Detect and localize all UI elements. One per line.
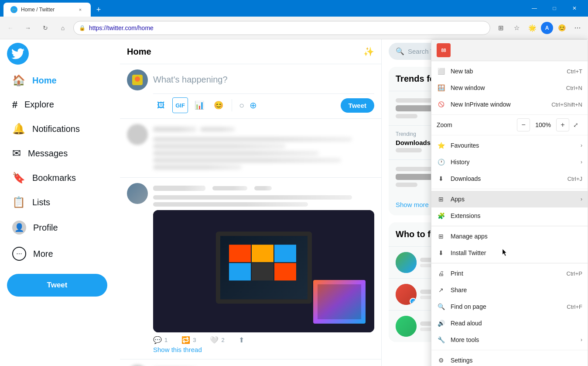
show-thread-link[interactable]: Show this thread — [153, 346, 202, 353]
tweet-2-actions: 💬 1 🔁 3 🤍 2 ⬆ — [153, 336, 374, 344]
menu-item-new-tab[interactable]: ⬜ New tab Ctrl+T — [431, 63, 588, 79]
zoom-plus-button[interactable]: + — [556, 118, 569, 131]
zoom-control: Zoom − 100% + ⤢ — [431, 117, 588, 133]
sparkle-icon[interactable]: ✨ — [363, 46, 374, 57]
settings-menu-icon: ⚙ — [437, 356, 445, 365]
apps-menu-icon: ⊞ — [437, 195, 445, 204]
lock-icon: 🔒 — [79, 25, 85, 31]
retweet-action[interactable]: 🔁 3 — [181, 336, 196, 344]
bookmarks-icon: 🔖 — [12, 172, 25, 184]
tweet-card-2: 💬 1 🔁 3 🤍 2 ⬆ Show this thread — [120, 178, 381, 359]
print-shortcut: Ctrl+P — [567, 270, 582, 277]
new-window-label: New window — [451, 84, 561, 91]
star-icon[interactable]: ☆ — [509, 21, 523, 35]
like-action[interactable]: 🤍 2 — [210, 336, 224, 344]
menu-item-settings[interactable]: ⚙ Settings — [431, 352, 588, 366]
sidebar-item-profile[interactable]: 👤 Profile — [5, 215, 115, 240]
tab-close-button[interactable]: × — [77, 6, 84, 13]
favorites-icon[interactable]: 🌟 — [525, 21, 539, 35]
sidebar-item-messages[interactable]: ✉ Messages — [5, 142, 115, 165]
share-icon: ⬆ — [239, 336, 244, 344]
twitter-logo[interactable] — [7, 43, 29, 65]
sidebar-item-bookmarks[interactable]: 🔖 Bookmarks — [5, 166, 115, 189]
refresh-button[interactable]: ↻ — [38, 21, 52, 35]
reply-count: 1 — [164, 337, 168, 343]
menu-item-favourites[interactable]: ⭐ Favourites › — [431, 137, 588, 154]
menu-item-share[interactable]: ↗ Share — [431, 282, 588, 298]
sidebar-item-lists[interactable]: 📋 Lists — [5, 191, 115, 214]
new-tab-button[interactable]: + — [92, 3, 105, 16]
add-icon[interactable]: ⊕ — [250, 100, 257, 110]
menu-item-apps[interactable]: ⊞ Apps › — [431, 191, 588, 207]
home-button[interactable]: ⌂ — [56, 21, 70, 35]
active-tab[interactable]: 🐦 Home / Twitter × — [3, 3, 91, 17]
menu-item-read-aloud[interactable]: 🔊 Read aloud — [431, 315, 588, 331]
menu-item-install-twitter[interactable]: ⬇ Install Twitter — [431, 245, 588, 261]
retweet-count: 3 — [193, 337, 196, 343]
compose-divider — [232, 99, 232, 111]
menu-item-inprivate[interactable]: 🚫 New InPrivate window Ctrl+Shift+N — [431, 96, 588, 113]
share-label: Share — [451, 287, 582, 293]
tweet-button[interactable]: Tweet — [7, 274, 107, 297]
emoji-icon[interactable]: 😊 — [555, 21, 569, 35]
share-action[interactable]: ⬆ — [239, 336, 244, 344]
maximize-button[interactable]: □ — [544, 0, 564, 17]
menu-section-tools: 🖨 Print Ctrl+P ↗ Share 🔍 Find on page Ct… — [431, 263, 588, 350]
menu-item-history[interactable]: 🕐 History › — [431, 154, 588, 170]
inprivate-label: New InPrivate window — [451, 101, 546, 108]
menu-item-manage-apps[interactable]: ⊞ Manage apps — [431, 228, 588, 245]
url-text: https://twitter.com/home — [89, 24, 485, 31]
compose-input[interactable]: What's happening? 🖼 GIF 📊 😊 ○ ⊕ Tweet — [153, 69, 374, 113]
forward-button[interactable]: → — [21, 21, 35, 35]
install-twitter-label: Install Twitter — [451, 249, 582, 256]
follow-1-avatar — [396, 252, 417, 273]
sidebar-item-notifications[interactable]: 🔔 Notifications — [5, 117, 115, 140]
home-icon: 🏠 — [12, 74, 25, 86]
sidebar-icon[interactable]: ⊞ — [494, 21, 508, 35]
menu-item-downloads[interactable]: ⬇ Downloads Ctrl+J — [431, 170, 588, 187]
poll-icon[interactable]: 📊 — [191, 97, 207, 113]
compose-area: What's happening? 🖼 GIF 📊 😊 ○ ⊕ Tweet — [120, 64, 381, 119]
emoji-compose-icon[interactable]: 😊 — [211, 97, 226, 113]
print-menu-icon: 🖨 — [437, 269, 445, 278]
menu-item-extensions[interactable]: 🧩 Extensions — [431, 207, 588, 224]
reply-action[interactable]: 💬 1 — [153, 336, 168, 344]
inprivate-icon: 🚫 — [437, 100, 445, 109]
profile-avatar[interactable]: A — [541, 22, 553, 34]
close-window-button[interactable]: ✕ — [564, 0, 585, 17]
sidebar-item-more[interactable]: ··· More — [5, 242, 115, 266]
menu-item-find[interactable]: 🔍 Find on page Ctrl+F — [431, 298, 588, 315]
browser-menu-button[interactable]: ··· — [571, 21, 585, 35]
address-bar: ← → ↻ ⌂ 🔒 https://twitter.com/home ⊞ ☆ 🌟… — [0, 17, 588, 39]
apps-arrow: › — [581, 196, 582, 202]
image-upload-icon[interactable]: 🖼 — [153, 97, 169, 113]
sidebar-item-bookmarks-label: Bookmarks — [32, 173, 76, 183]
url-bar[interactable]: 🔒 https://twitter.com/home — [73, 21, 490, 35]
install-twitter-icon: ⬇ — [437, 249, 445, 257]
menu-item-more-tools[interactable]: 🔧 More tools › — [431, 331, 588, 348]
favourites-label: Favourites — [451, 142, 575, 149]
extensions-label: Extensions — [451, 212, 582, 219]
zoom-minus-button[interactable]: − — [517, 118, 530, 131]
menu-item-new-window[interactable]: 🪟 New window Ctrl+N — [431, 79, 588, 96]
extension-icon: 88 — [437, 43, 451, 57]
minimize-button[interactable]: — — [524, 0, 544, 17]
compose-tweet-button[interactable]: Tweet — [341, 98, 374, 113]
gif-icon[interactable]: GIF — [172, 97, 188, 113]
tweet-1-avatar — [127, 124, 148, 145]
sidebar-item-home[interactable]: 🏠 Home — [5, 69, 115, 92]
tweet-1-body — [153, 124, 374, 172]
profile-nav-avatar: 👤 — [12, 221, 26, 235]
back-button[interactable]: ← — [3, 21, 17, 35]
sidebar-item-explore-label: Explore — [24, 100, 54, 110]
lists-icon: 📋 — [12, 196, 25, 208]
menu-section-system: ⚙ Settings ❓ Help and feedback › — [431, 350, 588, 366]
compose-placeholder: What's happening? — [153, 69, 374, 90]
trend-downloads-count — [396, 148, 422, 152]
tweet-2-avatar — [127, 183, 148, 204]
tab-title: Home / Twitter — [21, 7, 73, 13]
sidebar-item-explore[interactable]: # Explore — [5, 93, 115, 116]
tweet-2-header — [153, 183, 374, 193]
zoom-expand-button[interactable]: ⤢ — [569, 118, 582, 131]
menu-item-print[interactable]: 🖨 Print Ctrl+P — [431, 265, 588, 282]
